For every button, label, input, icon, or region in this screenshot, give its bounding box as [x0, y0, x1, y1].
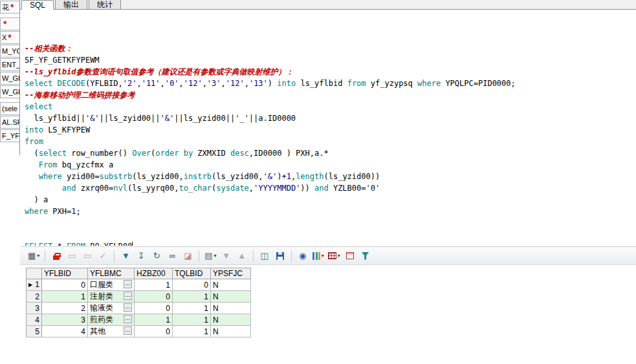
cell-YPSFJC[interactable]: N	[211, 326, 251, 337]
window-tab[interactable]: (sele	[0, 102, 19, 115]
refresh-icon[interactable]: ↻	[149, 249, 164, 263]
tab-sql[interactable]: SQL	[21, 0, 54, 10]
cell-ellipsis-button[interactable]: …	[124, 292, 132, 300]
cell-YFLBMC[interactable]: 口服类…	[88, 279, 135, 291]
fetch-last-page-icon[interactable]: ↧	[134, 249, 148, 263]
code-line: where yzid00=substrb(ls_yzid00,instrb(ls…	[25, 171, 636, 182]
window-tab-label: W_GK	[2, 74, 19, 82]
insert-record-icon[interactable]: ▭	[65, 249, 79, 263]
grid-body: ▶10口服类…10N21注射类…01N32输液类…01N43煎药类…11N54其…	[27, 279, 251, 337]
cell-YFLBMC[interactable]: 煎药类…	[88, 314, 135, 326]
window-tab[interactable]: W_GK	[0, 85, 19, 98]
tab-statistics[interactable]: 统计	[89, 0, 121, 9]
window-tab[interactable]: 花*	[0, 1, 19, 14]
cell-TQLBID[interactable]: 0	[173, 279, 211, 291]
window-tab[interactable]: W_GK	[0, 72, 19, 85]
save-icon[interactable]	[273, 249, 287, 263]
window-tab[interactable]: *	[0, 17, 19, 30]
toolbar-separator	[45, 250, 45, 262]
cell-ellipsis-button[interactable]: …	[124, 327, 132, 335]
cell-YFLBMC[interactable]: 注射类…	[88, 291, 135, 303]
cell-YPSFJC[interactable]: N	[211, 314, 251, 326]
code-line: SF_YF_GETKFYPEWM	[25, 54, 636, 66]
column-header-YPSFJC[interactable]: YPSFJC	[211, 268, 251, 279]
code-line	[25, 217, 636, 229]
toolbar-separator	[253, 250, 254, 262]
column-header-YFLBID[interactable]: YFLBID	[42, 268, 88, 279]
eraser-icon[interactable]: ◪	[181, 249, 195, 263]
code-line: ls_yflbid||'&'||ls_zyid00||'&'||ls_yzid0…	[25, 112, 636, 124]
window-tab[interactable]: M_YG(	[0, 45, 19, 58]
window-tab-label: AL.SF	[2, 118, 19, 126]
filter-icon[interactable]	[358, 249, 373, 263]
table-row[interactable]: ▶10口服类…10N	[27, 279, 251, 291]
window-tab[interactable]: ENT_F	[0, 58, 19, 71]
table-row[interactable]: 54其他…01N	[27, 326, 251, 337]
cell-TQLBID[interactable]: 1	[173, 326, 211, 337]
cell-TQLBID[interactable]: 1	[173, 314, 211, 326]
cell-YFLBID[interactable]: 2	[42, 303, 88, 314]
tab-output[interactable]: 输出	[55, 0, 87, 9]
cell-YFLBMC[interactable]: 输液类…	[88, 303, 135, 314]
table-row[interactable]: 43煎药类…11N	[27, 314, 251, 326]
code-line: into LS_KFYPEW	[25, 124, 636, 136]
cell-HZBZ00[interactable]: 1	[135, 314, 173, 326]
sql-editor[interactable]: --相关函数：SF_YF_GETKFYPEWM--ls_yflbid参数查询语句…	[21, 10, 636, 246]
window-tab-label: W_GK	[2, 88, 19, 96]
table-row[interactable]: 21注射类…01N	[27, 291, 251, 303]
cell-YFLBID[interactable]: 3	[42, 314, 88, 326]
window-tab[interactable]: AL.SF	[0, 116, 19, 129]
grid-corner-cell[interactable]	[27, 268, 42, 279]
window-tab[interactable]: X*	[0, 31, 19, 44]
pivot-table-icon[interactable]: ▾	[327, 249, 342, 263]
export-grid-icon[interactable]	[343, 249, 357, 263]
cell-TQLBID[interactable]: 1	[173, 303, 211, 314]
collapse-icon[interactable]: ▼	[219, 249, 234, 263]
cell-ellipsis-button[interactable]: …	[124, 315, 132, 323]
cell-YFLBID[interactable]: 4	[42, 326, 88, 337]
window-tab-label: M_YG(	[2, 47, 19, 55]
expand-icon[interactable]: ▲	[235, 249, 249, 263]
cell-HZBZ00[interactable]: 1	[135, 279, 173, 291]
toolbar-separator	[199, 250, 199, 262]
code-line: (select row_number() Over(order by ZXMXI…	[25, 147, 636, 159]
cell-HZBZ00[interactable]: 0	[135, 303, 173, 314]
table-row[interactable]: 32输液类…01N	[27, 303, 251, 314]
column-header-TQLBID[interactable]: TQLBID	[173, 268, 211, 279]
window-tab-label: (sele	[2, 105, 17, 112]
cell-TQLBID[interactable]: 1	[173, 291, 211, 303]
toolbar-separator	[291, 250, 292, 262]
lock-icon[interactable]	[49, 249, 63, 263]
fetch-next-page-icon[interactable]: ▼	[118, 249, 133, 263]
code-area[interactable]: --相关函数：SF_YF_GETKFYPEWM--ls_yflbid参数查询语句…	[25, 43, 636, 246]
cell-YPSFJC[interactable]: N	[211, 279, 251, 291]
column-header-YFLBMC[interactable]: YFLBMC	[88, 268, 135, 279]
delete-record-icon[interactable]: ▭	[80, 249, 94, 263]
cell-YFLBID[interactable]: 1	[42, 291, 88, 303]
code-line: select	[25, 101, 636, 112]
post-changes-icon[interactable]: ✓	[96, 249, 110, 263]
result-table: YFLBIDYFLBMCHZBZ00TQLBIDYPSFJC ▶10口服类…10…	[26, 268, 251, 337]
window-list: 花**X*M_YG(ENT_FW_GKW_GK(seleAL.SFF_YF_	[0, 0, 20, 155]
chart-icon[interactable]: ▾	[311, 249, 325, 263]
window-tab[interactable]: F_YF_	[0, 129, 19, 142]
layout-icon[interactable]: ▦▾	[27, 249, 41, 263]
grid-options-icon[interactable]: ▤▾	[203, 249, 217, 263]
cell-HZBZ00[interactable]: 0	[135, 291, 173, 303]
cell-YFLBID[interactable]: 0	[42, 279, 88, 291]
link-icon[interactable]: ◉	[296, 249, 310, 263]
single-record-view-icon[interactable]: ◫	[258, 249, 272, 263]
find-icon[interactable]: ∞	[165, 249, 179, 263]
dropdown-arrow-icon: ▾	[338, 253, 340, 259]
row-number: 3	[27, 303, 42, 314]
column-header-HZBZ00[interactable]: HZBZ00	[135, 268, 173, 279]
modified-star-icon: *	[3, 21, 6, 27]
cell-YFLBMC[interactable]: 其他…	[88, 326, 135, 337]
cell-ellipsis-button[interactable]: …	[124, 280, 132, 288]
cell-YPSFJC[interactable]: N	[211, 291, 251, 303]
dropdown-arrow-icon: ▾	[37, 253, 39, 259]
toolbar-separator	[114, 250, 115, 262]
cell-HZBZ00[interactable]: 0	[135, 326, 173, 337]
cell-YPSFJC[interactable]: N	[211, 303, 251, 314]
cell-ellipsis-button[interactable]: …	[124, 303, 132, 312]
